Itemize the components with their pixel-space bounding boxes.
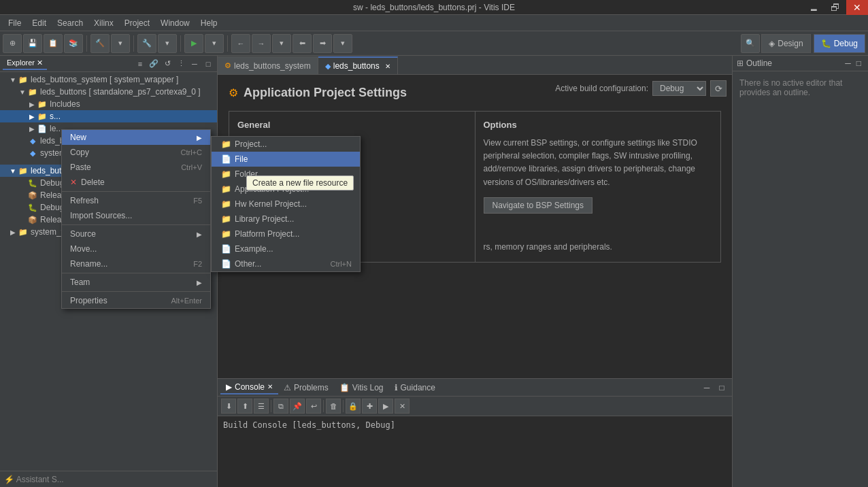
debug-tab[interactable]: 🐛 Debug [814,34,865,53]
sub-library[interactable]: 📁 Library Project... [212,212,360,226]
sub-platform[interactable]: 📁 Platform Project... [212,226,360,241]
more-options-icon[interactable]: ⋮ [175,58,187,70]
tab-close-btn[interactable]: ✕ [385,63,390,70]
sub-folder[interactable]: 📁 Folder [212,167,360,182]
console-wrap-btn[interactable]: ↩ [306,399,321,414]
sub-example[interactable]: 📄 Example... [212,241,360,256]
menu-project[interactable]: Project [119,17,155,29]
collapse-all-icon[interactable]: ≡ [134,58,146,70]
system-label: leds_buttons_system [ system_wrapper ] [31,75,178,84]
maximize-button[interactable]: 🗗 [824,0,846,15]
tree-item-leds-standalone[interactable]: ▼ 📁 leds_buttons [ standalone_ps7_cortex… [0,86,217,98]
ctx-import[interactable]: Import Sources... [62,208,210,223]
toolbar-back-arrow[interactable]: ▾ [272,34,291,53]
project-icon: 📁 [220,139,232,149]
console-new-btn[interactable]: ✚ [362,399,377,414]
menu-xilinx[interactable]: Xilinx [88,17,119,29]
tab-leds-system[interactable]: ⚙ leds_buttons_system [218,56,318,74]
toolbar-run-btn[interactable]: ▶ [184,34,203,53]
close-button[interactable]: ✕ [846,0,868,15]
menu-search[interactable]: Search [52,17,88,29]
navigate-bsp-btn[interactable]: Navigate to BSP Settings [484,197,593,214]
toolbar-new-btn[interactable]: ⊕ [3,34,22,53]
vitis-log-tab[interactable]: 📋 Vitis Log [334,382,389,394]
menu-help[interactable]: Help [195,17,223,29]
tree-item-system[interactable]: ▼ 📁 leds_buttons_system [ system_wrapper… [0,73,217,86]
minimize-button[interactable]: 🗕 [803,0,824,15]
maximize-panel-icon[interactable]: □ [202,58,214,70]
outline-maximize[interactable]: □ [854,58,864,68]
sub-app-project[interactable]: 📁 Application Project... [212,182,360,197]
context-menu: New ▶ Copy Ctrl+C Paste Ctrl+V ✕ Delete … [61,129,211,309]
toolbar-fwd-btn[interactable]: → [252,34,271,53]
toolbar-back-btn[interactable]: ← [231,34,250,53]
separator-2 [133,35,134,52]
outline-content: There is no active editor that provides … [733,71,868,104]
title-bar: sw - leds_buttons/leds_buttons.prj - Vit… [0,0,868,15]
ctx-delete[interactable]: ✕ Delete [62,175,210,190]
menu-window[interactable]: Window [155,17,195,29]
ctx-rename[interactable]: Rename... F2 [62,256,210,271]
design-tab[interactable]: ◈ Design [761,34,810,53]
console-terminal-btn[interactable]: ▶ [378,399,393,414]
ctx-properties[interactable]: Properties Alt+Enter [62,293,210,308]
build-config-select[interactable]: Debug Release [652,81,706,96]
toolbar-build-arrow[interactable]: ▾ [111,34,130,53]
sub-other[interactable]: 📄 Other... Ctrl+N [212,256,360,271]
console-tab[interactable]: ▶ Console ✕ [220,381,278,394]
options-panel: Options View current BSP settings, or co… [475,112,721,262]
sub-hw-kernel[interactable]: 📁 Hw Kernel Project... [212,197,360,212]
tree-item-src[interactable]: ▶ 📁 s... [0,110,217,122]
console-scroll-lock-btn[interactable]: 🔒 [346,399,361,414]
console-up-btn[interactable]: ⬆ [237,399,252,414]
ctx-copy[interactable]: Copy Ctrl+C [62,145,210,160]
ctx-move[interactable]: Move... [62,241,210,256]
console-down-btn[interactable]: ⬇ [221,399,236,414]
toolbar-build-btn[interactable]: 🔨 [90,34,110,53]
console-sep-3 [343,400,344,412]
outline-minimize[interactable]: ─ [842,58,854,68]
toolbar-nav-arrow[interactable]: ▾ [333,34,352,53]
ctx-refresh[interactable]: Refresh F5 [62,193,210,208]
console-close2-btn[interactable]: ✕ [395,399,410,414]
problems-tab[interactable]: ⚠ Problems [278,382,334,394]
link-editor-icon[interactable]: 🔗 [148,58,160,70]
ctx-paste[interactable]: Paste Ctrl+V [62,160,210,175]
ctx-new[interactable]: New ▶ [62,130,210,145]
toolbar-search-btn[interactable]: 🔍 [741,34,760,53]
guidance-tab[interactable]: ℹ Guidance [389,382,441,394]
toolbar-saveall-btn[interactable]: 📚 [64,34,83,53]
console-close[interactable]: ✕ [267,383,273,390]
sub-file[interactable]: 📄 File [212,152,360,167]
gear-icon: ⚙ [224,61,231,70]
vitis-tab-label: Vitis Log [352,383,384,392]
console-show-btn[interactable]: ☰ [254,399,269,414]
ctx-source[interactable]: Source ▶ [62,226,210,241]
toolbar-save-btn[interactable]: 💾 [23,34,42,53]
console-clear-btn[interactable]: 🗑 [326,399,341,414]
console-copy-btn[interactable]: ⧉ [273,399,288,414]
toolbar-next-btn[interactable]: ➡ [313,34,332,53]
sync-icon[interactable]: ↺ [161,58,173,70]
toolbar-run-arrow[interactable]: ▾ [205,34,224,53]
sub-other-shortcut: Ctrl+N [331,260,352,268]
submenu: 📁 Project... 📄 File 📁 Folder 📁 Applicati… [211,136,361,272]
minimize-panel-icon[interactable]: ─ [188,58,201,70]
console-pin-btn[interactable]: 📌 [290,399,305,414]
ctx-team[interactable]: Team ▶ [62,275,210,290]
sub-project[interactable]: 📁 Project... [212,137,360,152]
toolbar-hammer-arrow[interactable]: ▾ [158,34,177,53]
toolbar-saveas-btn[interactable]: 📋 [44,34,63,53]
build-config-row: Active build configuration: Debug Releas… [555,80,727,97]
tab-leds-buttons[interactable]: ◆ leds_buttons ✕ [318,56,398,74]
menu-edit[interactable]: Edit [27,17,52,29]
toolbar-prev-btn[interactable]: ⬅ [293,34,312,53]
toolbar-hammer-btn[interactable]: 🔧 [137,34,156,53]
maximize-bottom-btn[interactable]: □ [714,380,729,395]
menu-file[interactable]: File [3,17,27,29]
minimize-bottom-btn[interactable]: ─ [699,380,714,395]
build-config-refresh-btn[interactable]: ⟳ [710,80,727,97]
tree-item-includes[interactable]: ▶ 📁 Includes [0,98,217,110]
release2-icon: 📦 [27,214,38,225]
explorer-tab[interactable]: Explorer ✕ [3,57,47,70]
